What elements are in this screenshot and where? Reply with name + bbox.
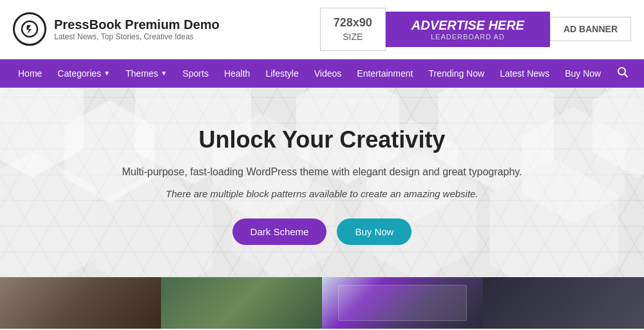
thumbnail-2[interactable] — [161, 277, 322, 329]
site-tagline: Latest News, Top Stories, Creative Ideas — [54, 32, 220, 41]
nav-item-videos[interactable]: Videos — [307, 59, 350, 88]
nav-item-buy-now[interactable]: Buy Now — [557, 59, 609, 88]
ad-main-title: ADVERTISE HERE — [412, 18, 524, 33]
mockup-screen — [338, 285, 467, 321]
site-header: PressBook Premium Demo Latest News, Top … — [0, 0, 644, 59]
thumbnail-3[interactable] — [322, 277, 483, 329]
logo-icon — [13, 12, 46, 46]
nav-item-trending[interactable]: Trending Now — [421, 59, 492, 88]
nav-item-entertainment[interactable]: Entertainment — [349, 59, 421, 88]
dark-scheme-button[interactable]: Dark Scheme — [232, 218, 327, 245]
hero-italic-note: There are multiple block patterns availa… — [13, 188, 631, 199]
nav-item-sports[interactable]: Sports — [175, 59, 216, 88]
nav-item-lifestyle[interactable]: Lifestyle — [258, 59, 306, 88]
nav-item-latest-news[interactable]: Latest News — [492, 59, 557, 88]
thumbnail-2-content — [161, 277, 322, 329]
ad-main-banner[interactable]: ADVERTISE HERE LEADERBOARD AD — [386, 12, 550, 47]
thumbnail-4-content — [483, 277, 644, 329]
chevron-down-icon: ▼ — [161, 70, 167, 77]
thumbnail-1[interactable] — [0, 277, 161, 329]
site-title: PressBook Premium Demo — [54, 17, 220, 32]
hero-section: Unlock Your Creativity Multi-purpose, fa… — [0, 88, 644, 277]
search-icon[interactable] — [612, 66, 634, 81]
logo-text: PressBook Premium Demo Latest News, Top … — [54, 17, 220, 41]
thumbnail-row — [0, 277, 644, 329]
nav-item-categories[interactable]: Categories ▼ — [50, 59, 118, 88]
hero-buttons: Dark Scheme Buy Now — [13, 218, 631, 245]
thumbnail-1-content — [0, 277, 161, 329]
thumbnail-3-content — [322, 277, 483, 329]
svg-line-2 — [625, 73, 628, 77]
ad-size-number: 728x90 — [334, 15, 372, 31]
chevron-down-icon: ▼ — [104, 70, 110, 77]
ad-main-subtitle: LEADERBOARD AD — [412, 33, 524, 41]
ad-size-sub-label: SIZE — [334, 31, 372, 44]
ad-banner-label: AD BANNER — [550, 17, 631, 41]
ad-area: 728x90 SIZE ADVERTISE HERE LEADERBOARD A… — [320, 8, 631, 51]
nav-item-home[interactable]: Home — [10, 59, 50, 88]
hero-title: Unlock Your Creativity — [13, 126, 631, 153]
nav-item-themes[interactable]: Themes ▼ — [118, 59, 175, 88]
hero-subtitle: Multi-purpose, fast-loading WordPress th… — [13, 166, 631, 178]
buy-now-button[interactable]: Buy Now — [337, 218, 412, 245]
thumbnail-4[interactable] — [483, 277, 644, 329]
hero-content: Unlock Your Creativity Multi-purpose, fa… — [13, 126, 631, 245]
nav-item-health[interactable]: Health — [216, 59, 258, 88]
logo-area: PressBook Premium Demo Latest News, Top … — [13, 12, 220, 46]
main-nav: Home Categories ▼ Themes ▼ Sports Health… — [0, 59, 644, 88]
ad-size-box: 728x90 SIZE — [320, 8, 386, 51]
